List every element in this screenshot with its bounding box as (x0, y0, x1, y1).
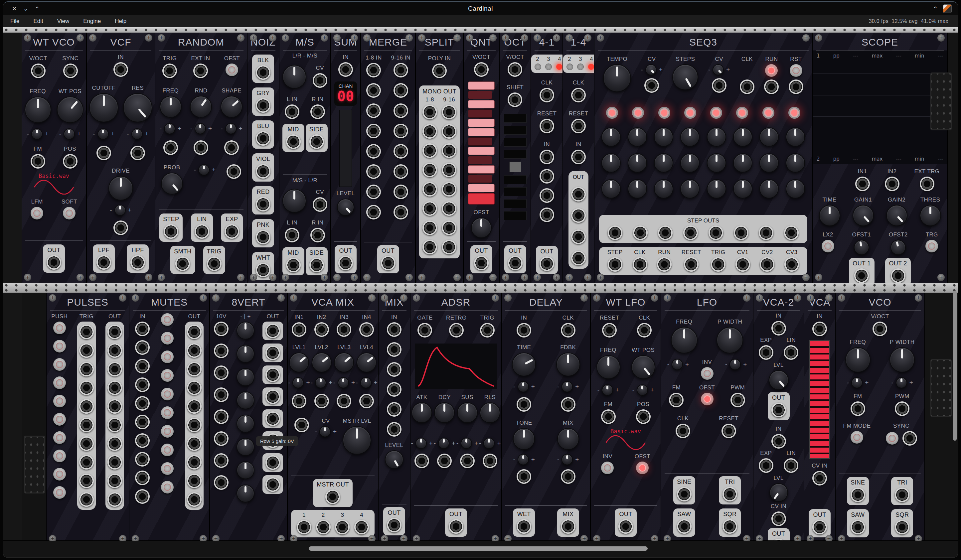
port-jack[interactable] (394, 144, 408, 159)
lin-jack[interactable] (784, 458, 798, 473)
step-5-jack[interactable] (709, 225, 723, 240)
octave-block[interactable] (504, 211, 527, 220)
lvl-knob[interactable] (770, 483, 788, 502)
reset-jack[interactable] (540, 119, 554, 133)
out-jack[interactable] (265, 367, 280, 382)
attenuverter-knob[interactable] (319, 426, 331, 437)
mstr-out-jack[interactable] (325, 489, 340, 504)
port-jack[interactable] (187, 343, 202, 358)
lvl1-knob[interactable] (289, 353, 309, 372)
param-knob[interactable] (707, 127, 726, 147)
attenuverter-knob[interactable] (637, 384, 648, 396)
exp-jack[interactable] (225, 224, 239, 239)
port-jack[interactable] (79, 399, 94, 414)
octave-block[interactable] (504, 187, 527, 196)
in3-jack[interactable] (337, 322, 351, 337)
param-knob[interactable] (236, 438, 254, 456)
cutoff-knob[interactable] (89, 93, 119, 122)
attenuverter-knob[interactable] (360, 377, 371, 388)
sine-jack[interactable] (677, 487, 691, 501)
port-jack[interactable] (387, 402, 402, 417)
param-knob[interactable] (654, 179, 673, 199)
v-oct-jack[interactable] (31, 64, 46, 78)
mono-out-9-16-jack-7[interactable] (442, 220, 456, 235)
port-jack[interactable] (130, 146, 145, 160)
port-jack[interactable] (540, 207, 554, 222)
ext-in-jack[interactable] (193, 64, 208, 78)
ofst-button[interactable] (636, 462, 649, 474)
cv3-jack[interactable] (784, 257, 799, 272)
lvl-knob[interactable] (769, 370, 789, 390)
port-jack[interactable] (366, 144, 381, 159)
param-knob[interactable] (759, 127, 779, 147)
param-knob[interactable] (283, 65, 306, 89)
port-jack[interactable] (789, 79, 804, 94)
lfm-button[interactable] (31, 207, 43, 220)
gry-jack[interactable] (256, 98, 270, 113)
led-button[interactable] (765, 64, 778, 77)
smth-jack[interactable] (175, 257, 190, 271)
port-jack[interactable] (214, 366, 228, 380)
attenuverter-knob[interactable] (561, 381, 573, 392)
clk-jack[interactable] (561, 323, 575, 337)
hpf-jack[interactable] (130, 255, 145, 270)
lin-jack[interactable] (194, 224, 209, 239)
port-jack[interactable] (561, 397, 575, 412)
octave-block[interactable] (504, 114, 527, 123)
port-jack[interactable] (214, 431, 228, 446)
port-jack[interactable] (135, 340, 150, 355)
port-jack[interactable] (366, 63, 381, 77)
port-jack[interactable] (337, 394, 351, 408)
param-knob[interactable] (733, 127, 752, 147)
soft-button[interactable] (63, 207, 76, 220)
trig-jack[interactable] (711, 257, 725, 272)
sine-jack[interactable] (850, 488, 865, 502)
ofst-knob[interactable] (471, 218, 492, 238)
menu-edit[interactable]: Edit (26, 15, 50, 27)
port-jack[interactable] (79, 492, 94, 507)
port-jack[interactable] (394, 185, 408, 199)
led-button[interactable] (161, 369, 174, 382)
out-jack[interactable] (474, 256, 489, 270)
step-1-jack[interactable] (608, 225, 622, 240)
port-jack[interactable] (135, 470, 150, 485)
port-jack[interactable] (187, 455, 202, 470)
mix-knob[interactable] (557, 428, 579, 450)
white-key[interactable] (468, 128, 495, 136)
param-knob[interactable] (628, 153, 647, 173)
trig-jack[interactable] (480, 323, 495, 337)
attenuverter-knob[interactable] (645, 64, 657, 75)
port-jack[interactable] (366, 124, 381, 138)
saw-jack[interactable] (850, 520, 865, 534)
led-button[interactable] (161, 388, 174, 400)
step-led-button[interactable] (632, 107, 644, 119)
sync-port-jack[interactable] (902, 431, 917, 446)
port-jack[interactable] (135, 322, 150, 336)
out-jack[interactable] (540, 257, 554, 271)
black-key[interactable] (468, 91, 492, 99)
gate-jack[interactable] (418, 323, 432, 337)
clk-jack[interactable] (540, 88, 554, 103)
fm-jack[interactable] (31, 154, 45, 168)
led-button[interactable] (161, 313, 174, 326)
out-jack[interactable] (265, 411, 280, 426)
step-led-button[interactable] (788, 107, 800, 119)
in2-jack[interactable] (314, 322, 329, 337)
menu-view[interactable]: View (50, 15, 77, 27)
port-jack[interactable] (108, 362, 122, 376)
step-6-jack[interactable] (734, 225, 749, 240)
port-jack[interactable] (96, 146, 111, 160)
atk-knob[interactable] (411, 403, 432, 423)
param-knob[interactable] (654, 127, 673, 147)
port-jack[interactable] (483, 454, 497, 468)
port-jack[interactable] (135, 452, 150, 467)
port-jack[interactable] (387, 362, 402, 377)
led-button[interactable] (161, 481, 174, 494)
in2-jack[interactable] (885, 177, 900, 191)
port-jack[interactable] (394, 83, 408, 98)
out-jack[interactable] (381, 256, 395, 270)
black-key[interactable] (468, 137, 492, 146)
selector-led-2[interactable] (535, 64, 541, 70)
menu-engine[interactable]: Engine (76, 15, 108, 27)
octave-block[interactable] (504, 126, 527, 135)
